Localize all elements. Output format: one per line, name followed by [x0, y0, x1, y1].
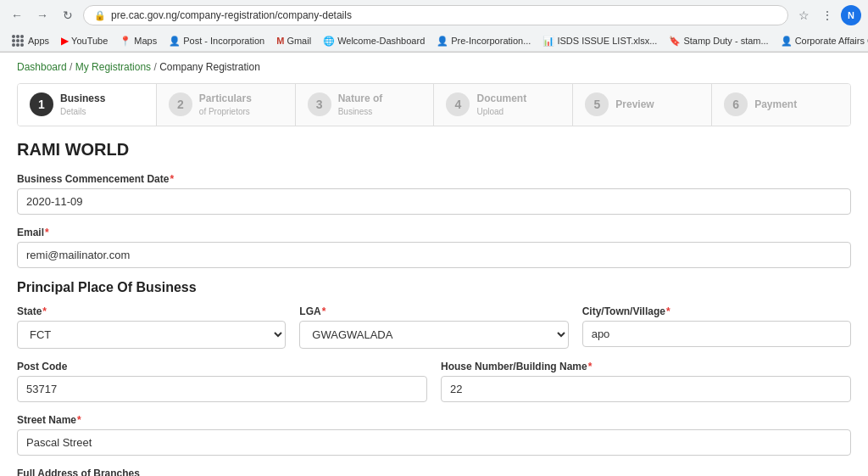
- corporate-label: Corporate Affairs C...: [795, 36, 868, 46]
- maps-icon: 📍: [120, 36, 131, 47]
- required-marker-3: *: [42, 305, 47, 317]
- bookmark-gmail[interactable]: M Gmail: [271, 34, 316, 48]
- step-4-label: Document Upload: [476, 92, 526, 117]
- back-button[interactable]: ←: [7, 5, 27, 25]
- principal-place-section-title: Principal Place Of Business: [17, 280, 851, 295]
- post-inc-label: Post - Incorporation: [183, 36, 264, 46]
- wizard-step-2[interactable]: 2 Particulars of Proprietors: [157, 84, 296, 126]
- url-text: pre.cac.gov.ng/company-registration/comp…: [111, 9, 352, 21]
- apps-bookmark[interactable]: Apps: [7, 33, 54, 48]
- corporate-icon: 👤: [781, 36, 793, 47]
- required-marker-1: *: [170, 173, 174, 185]
- business-commencement-input[interactable]: [17, 188, 851, 215]
- house-number-label: House Number/Building Name*: [441, 361, 851, 372]
- bookmark-isds[interactable]: 📊 ISDS ISSUE LIST.xlsx...: [537, 34, 662, 48]
- search-button[interactable]: ⋮: [817, 5, 837, 25]
- city-label: City/Town/Village*: [582, 305, 851, 317]
- welcome-label: Welcome-Dashboard: [337, 36, 425, 46]
- bookmark-post-incorporation[interactable]: 👤 Post - Incorporation: [164, 34, 270, 48]
- isds-label: ISDS ISSUE LIST.xlsx...: [557, 36, 657, 46]
- step-3-number: 3: [308, 92, 331, 116]
- step-wizard: 1 Business Details 2 Particulars of Prop…: [17, 83, 851, 126]
- gmail-label: Gmail: [287, 36, 311, 46]
- step-2-title: Particulars: [199, 92, 252, 106]
- street-name-input[interactable]: [17, 429, 851, 456]
- bookmark-stamp[interactable]: 🔖 Stamp Duty - stam...: [664, 34, 773, 48]
- step-3-label: Nature of Business: [338, 92, 383, 117]
- wizard-step-4[interactable]: 4 Document Upload: [434, 84, 573, 126]
- address-bar[interactable]: 🔒 pre.cac.gov.ng/company-registration/co…: [83, 5, 788, 25]
- street-name-group: Street Name*: [17, 414, 851, 456]
- required-marker-5: *: [666, 305, 670, 317]
- lga-col: LGA* GWAGWALADA: [299, 305, 568, 349]
- postcode-label: Post Code: [17, 361, 427, 372]
- business-commencement-label: Business Commencement Date*: [17, 173, 851, 185]
- bookmark-corporate[interactable]: 👤 Corporate Affairs C...: [776, 34, 868, 48]
- step-4-title: Document: [476, 92, 526, 106]
- step-2-number: 2: [169, 92, 192, 116]
- postcode-house-row: Post Code House Number/Building Name*: [17, 361, 851, 402]
- state-select[interactable]: FCT: [17, 321, 286, 349]
- browser-chrome: ← → ↻ 🔒 pre.cac.gov.ng/company-registrat…: [0, 0, 868, 53]
- step-4-sub: Upload: [476, 106, 526, 117]
- email-label: Email*: [17, 227, 851, 238]
- breadcrumb-current: Company Registration: [159, 61, 260, 73]
- breadcrumb-my-registrations[interactable]: My Registrations: [75, 61, 151, 73]
- email-input[interactable]: [17, 242, 851, 268]
- required-marker-6: *: [588, 361, 593, 372]
- form-content: RAMI WORLD Business Commencement Date* E…: [0, 140, 868, 476]
- city-col: City/Town/Village*: [582, 305, 851, 349]
- apps-grid-icon: [12, 35, 24, 47]
- pre-inc-icon: 👤: [437, 36, 448, 47]
- breadcrumb-dashboard[interactable]: Dashboard: [17, 61, 67, 73]
- gmail-icon: M: [276, 36, 284, 46]
- post-inc-icon: 👤: [169, 36, 181, 47]
- wizard-step-5[interactable]: 5 Preview: [573, 84, 712, 126]
- bookmark-youtube[interactable]: ▶ YouTube: [56, 33, 113, 48]
- lga-select[interactable]: GWAGWALADA: [299, 321, 568, 349]
- youtube-label: YouTube: [71, 36, 108, 46]
- step-1-title: Business: [60, 92, 105, 106]
- wizard-step-1[interactable]: 1 Business Details: [18, 84, 157, 126]
- street-name-label: Street Name*: [17, 414, 851, 426]
- browser-toolbar: ← → ↻ 🔒 pre.cac.gov.ng/company-registrat…: [0, 0, 868, 31]
- pre-inc-label: Pre-Incorporation...: [451, 36, 531, 46]
- postcode-input[interactable]: [17, 376, 427, 402]
- star-button[interactable]: ☆: [793, 5, 814, 25]
- isds-icon: 📊: [542, 36, 554, 47]
- step-2-label: Particulars of Proprietors: [199, 92, 252, 117]
- step-2-sub: of Proprietors: [199, 106, 252, 117]
- page-container: Dashboard / My Registrations / Company R…: [0, 53, 868, 476]
- wizard-step-3[interactable]: 3 Nature of Business: [296, 84, 435, 126]
- lock-icon: 🔒: [94, 10, 106, 21]
- maps-label: Maps: [134, 36, 157, 46]
- step-5-label: Preview: [615, 98, 654, 112]
- forward-button[interactable]: →: [32, 5, 53, 25]
- browser-actions: ☆ ⋮ N: [793, 5, 861, 25]
- stamp-icon: 🔖: [669, 36, 681, 47]
- postcode-col: Post Code: [17, 361, 427, 402]
- bookmark-pre-inc[interactable]: 👤 Pre-Incorporation...: [431, 34, 536, 48]
- step-5-title: Preview: [615, 98, 654, 112]
- step-1-sub: Details: [60, 106, 105, 117]
- city-input[interactable]: [582, 321, 851, 347]
- full-address-group: Full Address of Branches: [17, 468, 851, 476]
- location-row: State* FCT LGA* GWAGWALADA City/Town/Vil…: [17, 305, 851, 349]
- reload-button[interactable]: ↻: [58, 5, 78, 25]
- step-6-title: Payment: [754, 98, 797, 112]
- profile-avatar[interactable]: N: [841, 5, 861, 25]
- bookmark-maps[interactable]: 📍 Maps: [114, 34, 162, 48]
- state-col: State* FCT: [17, 305, 286, 349]
- bookmarks-bar: Apps ▶ YouTube 📍 Maps 👤 Post - Incorpora…: [0, 31, 868, 52]
- house-number-input[interactable]: [441, 376, 851, 402]
- company-name-heading: RAMI WORLD: [17, 140, 851, 160]
- breadcrumb-sep-2: /: [153, 61, 156, 73]
- wizard-step-6[interactable]: 6 Payment: [712, 84, 850, 126]
- bookmark-welcome[interactable]: 🌐 Welcome-Dashboard: [318, 34, 430, 48]
- step-1-number: 1: [30, 92, 53, 116]
- step-5-number: 5: [585, 92, 609, 116]
- email-group: Email*: [17, 227, 851, 268]
- apps-label: Apps: [28, 36, 49, 46]
- step-6-label: Payment: [754, 98, 797, 112]
- full-address-label: Full Address of Branches: [17, 468, 851, 476]
